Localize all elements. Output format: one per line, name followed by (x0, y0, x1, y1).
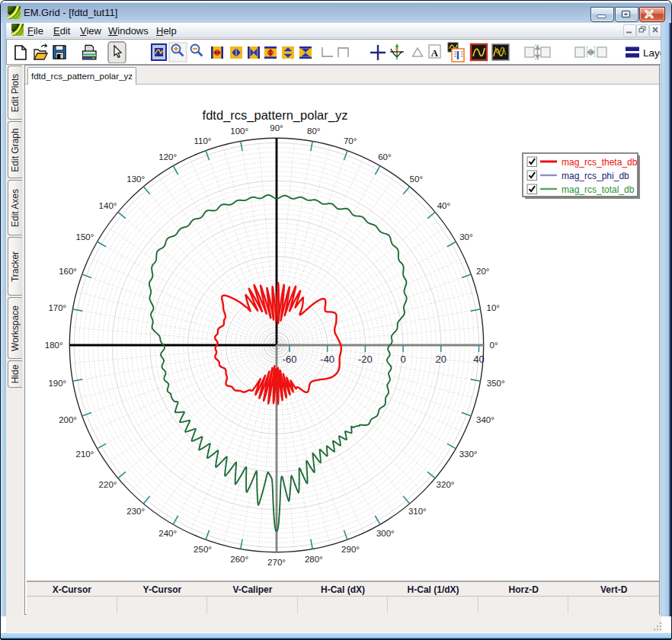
svg-text:60°: 60° (378, 152, 391, 162)
svg-text:240°: 240° (158, 529, 177, 538)
svg-text:280°: 280° (305, 555, 323, 564)
svg-text:310°: 310° (408, 507, 427, 516)
svg-text:-40: -40 (320, 354, 334, 365)
svg-text:220°: 220° (99, 480, 117, 489)
svg-text:90°: 90° (270, 123, 283, 133)
svg-text:230°: 230° (126, 507, 145, 516)
svg-text:300°: 300° (376, 529, 395, 538)
svg-text:100°: 100° (230, 126, 248, 136)
svg-text:110°: 110° (194, 136, 212, 146)
svg-text:270°: 270° (267, 558, 286, 567)
svg-text:130°: 130° (126, 174, 145, 184)
svg-text:140°: 140° (99, 201, 117, 210)
svg-text:180°: 180° (45, 341, 63, 350)
svg-text:340°: 340° (476, 415, 494, 424)
svg-text:10°: 10° (487, 303, 500, 312)
svg-text:350°: 350° (487, 379, 505, 388)
svg-text:190°: 190° (48, 379, 66, 388)
svg-text:40°: 40° (437, 201, 450, 210)
svg-text:160°: 160° (59, 267, 77, 276)
svg-text:200°: 200° (59, 415, 77, 424)
svg-text:80°: 80° (307, 126, 320, 136)
svg-text:-20: -20 (358, 354, 373, 365)
svg-text:-60: -60 (283, 354, 297, 365)
svg-text:320°: 320° (437, 480, 455, 489)
svg-text:40: 40 (473, 354, 484, 365)
svg-text:150°: 150° (76, 232, 94, 242)
svg-text:20: 20 (436, 354, 446, 365)
svg-text:fdtd_rcs_pattern_polar_yz: fdtd_rcs_pattern_polar_yz (203, 108, 348, 123)
svg-text:70°: 70° (344, 136, 357, 146)
svg-text:30°: 30° (459, 232, 472, 242)
svg-text:170°: 170° (48, 303, 66, 312)
svg-text:210°: 210° (76, 450, 94, 459)
svg-text:250°: 250° (194, 545, 212, 554)
svg-text:mag_rcs_phi_db: mag_rcs_phi_db (562, 171, 629, 181)
svg-text:20°: 20° (476, 267, 489, 276)
svg-text:0°: 0° (490, 341, 498, 350)
svg-text:290°: 290° (341, 545, 360, 554)
svg-text:mag_rcs_total_db: mag_rcs_total_db (562, 184, 635, 195)
svg-text:120°: 120° (158, 152, 177, 162)
svg-text:260°: 260° (230, 555, 248, 564)
svg-text:A: A (431, 47, 439, 59)
svg-text:mag_rcs_theta_db: mag_rcs_theta_db (562, 157, 638, 168)
svg-text:0: 0 (400, 354, 405, 365)
svg-text:330°: 330° (459, 450, 478, 459)
svg-text:50°: 50° (410, 174, 423, 184)
